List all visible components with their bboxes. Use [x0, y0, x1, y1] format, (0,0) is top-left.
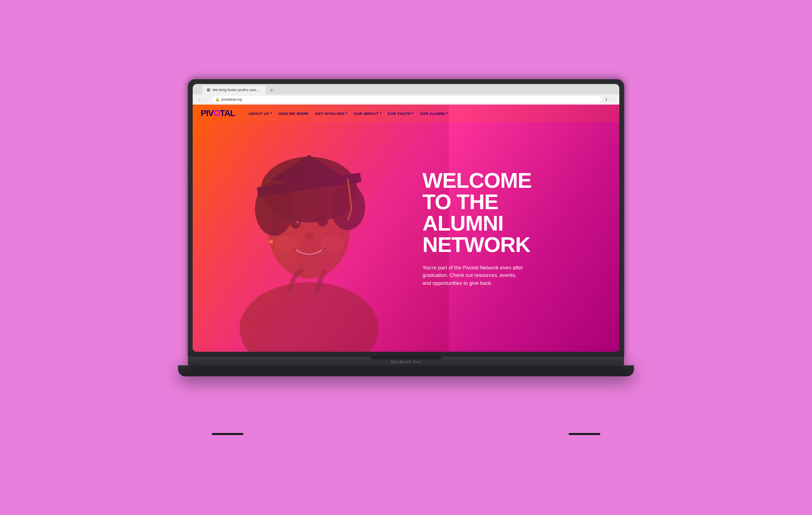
tab-favicon-icon: [207, 88, 210, 92]
about-us-chevron-icon: ▾: [270, 112, 272, 115]
photo-color-overlay: [193, 105, 449, 352]
laptop-base-bottom: [178, 365, 634, 376]
url-text: pivotalow.org: [221, 97, 242, 101]
browser-tab-bar: We bring foster youths career drea... +: [193, 84, 619, 94]
for-youth-chevron-icon: ▾: [412, 112, 414, 115]
new-tab-button[interactable]: +: [267, 86, 276, 94]
laptop-lid: We bring foster youths career drea... + …: [188, 79, 624, 357]
nav-for-alumni[interactable]: FOR ALUMNI ▾: [418, 110, 450, 117]
forward-button[interactable]: ›: [203, 96, 210, 103]
hero-photo: [193, 105, 449, 352]
tab-title: We bring foster youths career drea...: [213, 88, 260, 92]
hero-text-area: WELCOME TO THE ALUMNI NETWORK You're par…: [415, 105, 619, 352]
extensions-button[interactable]: ⋯: [611, 97, 616, 102]
headline-line2: TO THE: [423, 191, 603, 212]
headline-line3: ALUMNI: [423, 212, 603, 234]
laptop-foot-left: [212, 433, 243, 435]
site-navigation: PIVOTAL ABOUT US ▾ HOW WE WORK GET INVOL…: [193, 105, 619, 122]
hero-headline: WELCOME TO THE ALUMNI NETWORK: [423, 170, 603, 255]
hero-body-text: You're part of the Pivotal Network even …: [423, 264, 526, 287]
ssl-lock-icon: 🔒: [215, 97, 220, 101]
logo-text-tal: TAL: [220, 108, 235, 118]
website-content: PIVOTAL ABOUT US ▾ HOW WE WORK GET INVOL…: [193, 105, 619, 352]
logo-text-piv: PIV: [201, 108, 213, 118]
headline-line1: WELCOME: [423, 170, 603, 191]
logo[interactable]: PIVOTAL: [201, 108, 235, 118]
screen-bezel: We bring foster youths career drea... + …: [193, 84, 619, 352]
nav-links: ABOUT US ▾ HOW WE WORK GET INVOLVED ▾ OU…: [246, 110, 450, 117]
back-button[interactable]: ‹: [196, 96, 202, 103]
laptop-hinge: [370, 357, 442, 360]
nav-about-us[interactable]: ABOUT US ▾: [246, 110, 274, 117]
macbook-label: MacBook Pro: [391, 360, 421, 364]
for-alumni-chevron-icon: ▾: [446, 112, 448, 115]
get-involved-chevron-icon: ▾: [346, 112, 347, 115]
nav-our-impact[interactable]: OUR IMPACT ▾: [351, 110, 384, 117]
laptop-foot-right: [569, 433, 600, 435]
browser-address-bar: ‹ › 🔒 pivotalow.org ⬆ ⋯: [193, 94, 619, 105]
nav-how-we-work[interactable]: HOW WE WORK: [276, 110, 311, 117]
nav-get-involved[interactable]: GET INVOLVED ▾: [313, 110, 350, 117]
our-impact-chevron-icon: ▾: [380, 112, 381, 115]
address-input[interactable]: 🔒 pivotalow.org: [212, 96, 601, 103]
browser-chrome: We bring foster youths career drea... + …: [193, 84, 619, 105]
headline-line4: NETWORK: [423, 234, 603, 255]
share-button[interactable]: ⬆: [603, 97, 609, 102]
active-browser-tab[interactable]: We bring foster youths career drea...: [202, 86, 266, 94]
laptop-hinge-area: MacBook Pro: [188, 357, 624, 365]
logo-text-o: O: [213, 108, 220, 118]
nav-for-youth[interactable]: FOR YOUTH ▾: [385, 110, 416, 117]
laptop-mockup: We bring foster youths career drea... + …: [188, 79, 624, 436]
